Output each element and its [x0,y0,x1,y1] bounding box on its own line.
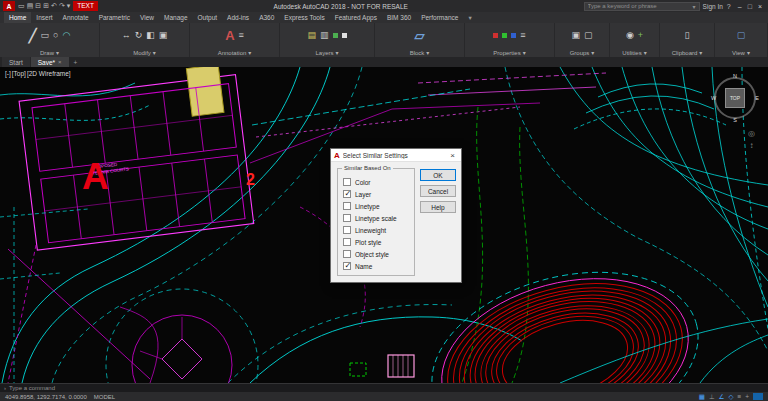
name-checkbox[interactable] [343,262,351,270]
tab-insert[interactable]: Insert [31,12,57,23]
measure-tool-icon[interactable]: ◉ [626,31,634,40]
panel-label-modify[interactable]: Modify ▾ [100,48,189,57]
properties-list-icon[interactable]: ≡ [520,31,525,40]
tab-annotate[interactable]: Annotate [58,12,94,23]
highlighted-building[interactable] [186,67,224,116]
hill-contours[interactable] [574,84,726,129]
checkbox-row-linetype-scale[interactable]: Linetype scale [343,212,411,224]
grid-toggle-icon[interactable]: ▦ [699,393,705,401]
tab-home[interactable]: Home [4,12,31,23]
dialog-close-icon[interactable]: × [447,151,458,160]
search-dropdown-icon[interactable]: ▾ [693,3,696,10]
checkbox-row-color[interactable]: Color [343,176,411,188]
app-logo-icon[interactable]: A [3,1,15,11]
checkbox-row-lineweight[interactable]: Lineweight [343,224,411,236]
tab-a360[interactable]: A360 [254,12,279,23]
group-icon[interactable]: ▣ [571,31,580,40]
panel-label-utilities[interactable]: Utilities ▾ [610,48,659,57]
tab-addins[interactable]: Add-ins [222,12,254,23]
tab-view[interactable]: View [135,12,159,23]
tab-bim360[interactable]: BIM 360 [382,12,416,23]
rectangle-tool-icon[interactable]: ▭ [41,31,50,40]
layer-properties-icon[interactable]: ▤ [307,31,316,40]
viewcube-east[interactable]: E [755,95,759,101]
panel-label-annotation[interactable]: Annotation ▾ [190,48,279,57]
save-icon[interactable]: ⊟ [35,2,41,10]
ortho-toggle-icon[interactable]: ⊥ [709,393,715,401]
tab-featured-apps[interactable]: Featured Apps [330,12,382,23]
paste-icon[interactable]: ▯ [685,31,690,40]
file-tab-start[interactable]: Start [2,57,30,67]
viewport-menu-button[interactable]: [-] [5,70,11,77]
checkbox-row-object-style[interactable]: Object style [343,248,411,260]
left-boundary[interactable] [8,245,158,383]
viewcube-south[interactable]: S [733,117,737,123]
help-search-box[interactable]: Type a keyword or phrase ▾ [584,2,700,11]
linetype-scale-checkbox[interactable] [343,214,351,222]
panel-label-view[interactable]: View ▾ [715,48,767,57]
maximize-button[interactable]: □ [745,3,755,10]
viewcube[interactable]: N S W E TOP [712,75,758,121]
panel-label-clipboard[interactable]: Clipboard ▾ [660,48,714,57]
checkbox-row-layer[interactable]: Layer [343,188,411,200]
tab-parametric[interactable]: Parametric [94,12,135,23]
dialog-title-bar[interactable]: A Select Similar Settings × [331,149,461,162]
plot-icon[interactable]: ⊞ [43,2,49,10]
command-line[interactable]: › Type a command [0,383,768,392]
pan-icon[interactable]: ↕ [748,141,755,150]
help-icon[interactable]: ? [726,3,732,10]
new-drawing-tab-button[interactable]: + [70,57,82,67]
dimension-tool-icon[interactable]: ≡ [239,31,244,40]
panel-label-groups[interactable]: Groups ▾ [555,48,609,57]
file-tab-drawing[interactable]: Save* × [31,57,69,67]
ok-button[interactable]: OK [420,169,456,181]
line-tool-icon[interactable]: ╱ [29,29,37,42]
lineweight-toggle-icon[interactable]: ≡ [737,393,741,400]
panel-label-properties[interactable]: Properties ▾ [465,48,554,57]
polar-toggle-icon[interactable]: ∠ [719,393,725,401]
checkbox-row-linetype[interactable]: Linetype [343,200,411,212]
drawing-text-a[interactable]: A [82,156,109,197]
baseball-field[interactable] [106,289,258,383]
minimize-button[interactable]: – [735,3,745,10]
tab-manage[interactable]: Manage [159,12,193,23]
tab-overflow-icon[interactable]: ▾ [463,12,476,23]
redo-icon[interactable]: ↷ [59,2,65,10]
coordinates-display[interactable]: 4049.8958, 1292.7174, 0.0000 [5,394,87,400]
color-checkbox[interactable] [343,178,351,186]
panel-label-block[interactable]: Block ▾ [375,48,464,57]
signin-label[interactable]: Sign In [703,3,723,10]
open-icon[interactable]: ▤ [27,2,34,10]
drawing-text-2[interactable]: 2 [246,171,255,188]
tab-express-tools[interactable]: Express Tools [279,12,329,23]
trim-tool-icon[interactable]: ◧ [146,31,155,40]
plot-style-checkbox[interactable] [343,238,351,246]
panel-label-layers[interactable]: Layers ▾ [280,48,374,57]
view-control-button[interactable]: [Top] [12,70,26,77]
customization-tray-icon[interactable] [753,393,763,400]
ungroup-icon[interactable]: ▢ [584,31,593,40]
arc-tool-icon[interactable]: ◠ [62,31,70,40]
checkbox-row-plot-style[interactable]: Plot style [343,236,411,248]
viewcube-north[interactable]: N [733,73,737,79]
annotation-scale-icon[interactable]: + [745,393,749,400]
layer-states-icon[interactable]: ▥ [320,31,329,40]
view-tool-icon[interactable]: ▢ [737,31,746,40]
move-tool-icon[interactable]: ↔ [122,31,131,40]
new-icon[interactable]: ▭ [18,2,25,10]
steering-wheel-icon[interactable]: ◎ [748,129,755,138]
linetype-checkbox[interactable] [343,202,351,210]
tennis-courts[interactable]: PROPOSED TENNIS COURTS [18,67,254,250]
visual-style-button[interactable]: [2D Wireframe] [27,70,71,77]
close-tab-icon[interactable]: × [58,59,62,65]
undo-icon[interactable]: ↶ [51,2,57,10]
rotate-tool-icon[interactable]: ↻ [135,31,143,40]
panel-label-draw[interactable]: Draw ▾ [0,48,99,57]
array-tool-icon[interactable]: ▣ [159,31,168,40]
close-button[interactable]: × [755,3,765,10]
tab-output[interactable]: Output [193,12,223,23]
help-button[interactable]: Help [420,201,456,213]
small-structures[interactable] [350,355,414,377]
contours-topleft[interactable] [0,83,150,120]
layer-checkbox[interactable] [343,190,351,198]
